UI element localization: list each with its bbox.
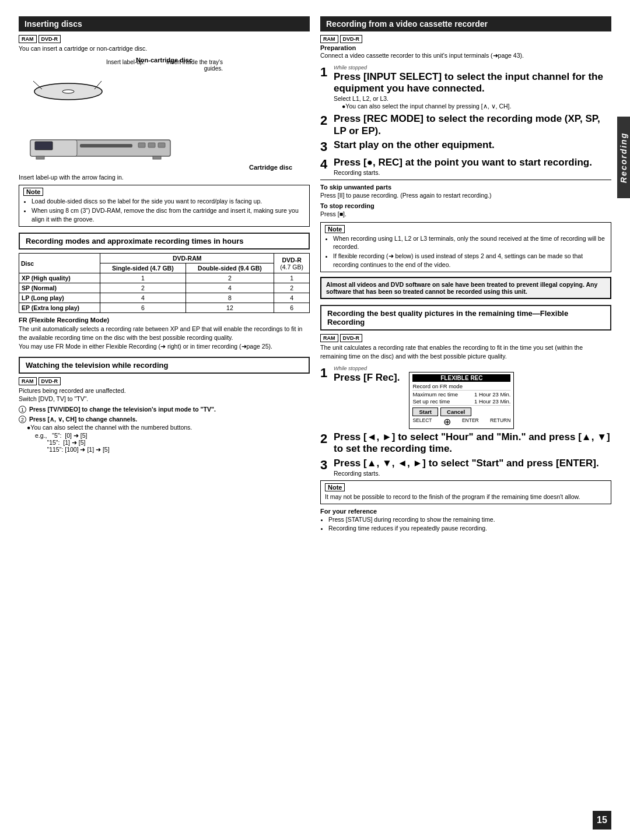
player-svg xyxy=(24,125,176,160)
vcr-note-item-2: If flexible recording (➜ below) is used … xyxy=(333,252,607,269)
flex-rec-box-title: FLEXIBLE REC xyxy=(412,374,510,382)
page-number: 15 xyxy=(593,811,611,830)
svg-rect-7 xyxy=(138,143,145,147)
vcr-step3-text: Start play on the other equipment. xyxy=(334,139,611,151)
player-diagram xyxy=(24,125,310,161)
vcr-step4-sub: Recording starts. xyxy=(334,169,611,176)
vcr-step2-row: 2 Press [REC MODE] to select the recordi… xyxy=(320,113,611,137)
col-disc: Disc xyxy=(19,254,100,273)
svg-rect-12 xyxy=(153,156,161,159)
vcr-step4-number: 4 xyxy=(320,157,331,172)
wtv-step2: 2 Press [∧, ∨, CH] to change channels. xyxy=(19,415,310,424)
inserting-discs-section: Inserting discs RAM DVD-R You can insert… xyxy=(19,16,310,227)
vcr-step3-number: 3 xyxy=(320,139,331,154)
vcr-step2-text: Press [REC MODE] to select the recording… xyxy=(334,113,611,137)
vcr-note: Note When recording using L1, L2 or L3 t… xyxy=(320,222,611,273)
watching-tv-section: Watching the television while recording … xyxy=(19,357,310,453)
stop-label: To stop recording xyxy=(320,202,611,209)
inserting-discs-title: Inserting discs xyxy=(19,16,310,31)
flex-step3-content: Press [▲, ▼, ◄, ►] to select "Start" and… xyxy=(334,458,611,477)
inserting-discs-note: Note Load double-sided discs so the labe… xyxy=(19,185,310,227)
flex-step3-number: 3 xyxy=(320,458,331,473)
flex-ref-list: Press [STATUS] during recording to show … xyxy=(320,515,611,533)
flex-badge-dvdr: DVD-R xyxy=(340,334,363,342)
flex-step1-number: 1 xyxy=(320,365,331,381)
sidebar-recording-label: Recording xyxy=(617,117,630,198)
vcr-prep-label: Preparation xyxy=(320,44,611,51)
flex-step2-text: Press [◄, ►] to select "Hour" and "Min."… xyxy=(334,431,611,455)
vcr-note-label: Note xyxy=(325,225,345,233)
flex-ref-item-2: Recording time reduces if you repeatedly… xyxy=(328,524,611,533)
watching-tv-badges: RAM DVD-R xyxy=(19,377,310,385)
flex-step1-label: While stopped xyxy=(334,365,611,371)
svg-rect-8 xyxy=(148,143,155,147)
flex-step2-row: 2 Press [◄, ►] to select "Hour" and "Min… xyxy=(320,431,611,455)
vcr-step1-content: While stopped Press [INPUT SELECT] to se… xyxy=(334,65,611,111)
vcr-step2-number: 2 xyxy=(320,113,331,128)
flex-rec-intro: The unit calculates a recording rate tha… xyxy=(320,343,611,360)
svg-rect-10 xyxy=(35,142,52,150)
flex-step3-text: Press [▲, ▼, ◄, ►] to select "Start" and… xyxy=(334,458,611,469)
note-list-inserting: Load double-sided discs so the label for… xyxy=(23,197,305,223)
modes-table: Disc DVD-RAM DVD-R (4.7 GB) Single-sided… xyxy=(19,253,310,313)
note-item-2: When using 8 cm (3") DVD-RAM, remove the… xyxy=(32,206,305,223)
right-column: Recording from a video cassette recorder… xyxy=(320,16,611,533)
vcr-step1-row: 1 While stopped Press [INPUT SELECT] to … xyxy=(320,65,611,111)
disc-svg xyxy=(30,68,106,121)
recording-vcr-section: Recording from a video cassette recorder… xyxy=(320,16,611,299)
flex-rec-row1: Record on FR mode xyxy=(412,383,510,391)
svg-point-1 xyxy=(62,90,74,93)
inserting-discs-intro: You can insert a cartridge or non-cartri… xyxy=(19,44,310,53)
flex-start-btn[interactable]: Start xyxy=(412,407,438,416)
flex-rec-row3: Set up rec time 1 Hour 23 Min. xyxy=(412,398,510,406)
col-double-sided: Double-sided (9.4 GB) xyxy=(186,263,274,273)
table-row: SP (Normal)242 xyxy=(19,283,310,293)
recording-modes-section: Recording modes and approximate recordin… xyxy=(19,233,310,350)
wtv-eg: e.g., "5": [0] ➜ [5] "15": [1] ➜ [5] "11… xyxy=(35,432,310,453)
flex-box-nav: SELECT ⊕ ENTER RETURN xyxy=(412,417,510,427)
flex-rec-row2: Maximum rec time 1 Hour 23 Min. xyxy=(412,391,510,398)
flex-badge-ram: RAM xyxy=(320,334,338,342)
wtv-step1: 1 Press [TV/VIDEO] to change the televis… xyxy=(19,405,310,414)
table-row: XP (High quality)121 xyxy=(19,273,310,283)
vcr-step1-text: Press [INPUT SELECT] to select the input… xyxy=(334,71,611,95)
vcr-step4-text: Press [●, REC] at the point you want to … xyxy=(334,157,611,168)
cartridge-disc-label: Cartridge disc xyxy=(19,164,310,171)
vcr-step1-sub: Select L1, L2, or L3. xyxy=(334,95,611,102)
stop-text: Press [■]. xyxy=(320,210,611,219)
badge-ram: RAM xyxy=(19,35,37,43)
flex-step1-row: 1 While stopped Press [F Rec]. FLEXIBLE … xyxy=(320,365,611,429)
vcr-step1-number: 1 xyxy=(320,65,331,80)
flex-rec-badges: RAM DVD-R xyxy=(320,334,611,342)
flex-note-label: Note xyxy=(325,483,345,491)
flex-ref-item-1: Press [STATUS] during recording to show … xyxy=(328,515,611,524)
left-column: Inserting discs RAM DVD-R You can insert… xyxy=(19,16,310,533)
svg-rect-11 xyxy=(36,156,44,159)
insert-label-arrow: Insert label-up with the arrow facing in… xyxy=(19,173,310,182)
recording-modes-title: Recording modes and approximate recordin… xyxy=(19,233,310,249)
flex-ref-label: For your reference xyxy=(320,508,611,515)
recording-vcr-title: Recording from a video cassette recorder xyxy=(320,16,611,31)
badge-dvdr: DVD-R xyxy=(38,35,61,43)
vcr-badge-ram: RAM xyxy=(320,35,338,43)
flex-step1-text: Press [F Rec]. xyxy=(334,372,400,384)
insert-label-up: Insert label-up. xyxy=(106,59,145,65)
vcr-warning: Almost all videos and DVD software on sa… xyxy=(320,277,611,299)
flex-cancel-btn[interactable]: Cancel xyxy=(440,407,471,416)
col-dvdr: DVD-R (4.7 GB) xyxy=(274,254,310,273)
wtv-badge-dvdr: DVD-R xyxy=(38,377,61,385)
note-label-inserting: Note xyxy=(23,188,43,196)
col-dvdram: DVD-RAM xyxy=(100,254,274,263)
wtv-intro1: Pictures being recorded are unaffected. xyxy=(19,386,310,395)
watching-tv-title: Watching the television while recording xyxy=(19,357,310,374)
vcr-step2-content: Press [REC MODE] to select the recording… xyxy=(334,113,611,137)
inserting-discs-badges: RAM DVD-R xyxy=(19,35,310,43)
flex-step3-sub: Recording starts. xyxy=(334,470,611,477)
svg-rect-6 xyxy=(80,144,132,147)
flex-rec-box: FLEXIBLE REC Record on FR mode Maximum r… xyxy=(409,372,514,429)
flex-note-text: It may not be possible to record to the … xyxy=(325,493,607,501)
fr-mode-text: The unit automatically selects a recordi… xyxy=(19,325,310,350)
vcr-step1-bullet: ●You can also select the input channel b… xyxy=(342,102,611,111)
skip-text: Press [II] to pause recording. (Press ag… xyxy=(320,191,611,200)
table-row: LP (Long play)484 xyxy=(19,293,310,303)
